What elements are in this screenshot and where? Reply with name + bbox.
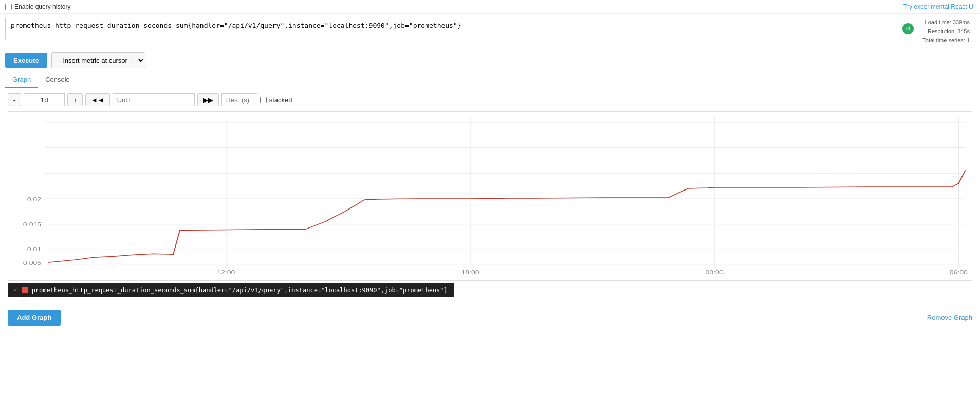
top-bar: Enable query history Try experimental Re… [0, 0, 980, 14]
svg-text:0.005: 0.005 [23, 260, 41, 266]
tab-graph[interactable]: Graph [5, 71, 38, 88]
tabs-bar: Graph Console [0, 71, 980, 88]
query-input[interactable] [6, 17, 917, 38]
remove-graph-link[interactable]: Remove Graph [927, 314, 972, 321]
enable-history-label[interactable]: Enable query history [5, 3, 70, 10]
bottom-bar: Add Graph Remove Graph [0, 305, 980, 331]
svg-text:18:00: 18:00 [461, 269, 479, 275]
graph-controls: - + ◄◄ ▶▶ stacked [0, 88, 980, 111]
try-experimental-link[interactable]: Try experimental React UI [903, 3, 975, 10]
svg-text:00:00: 00:00 [705, 269, 723, 275]
back-button[interactable]: ◄◄ [85, 93, 110, 106]
legend-metric-name: prometheus_http_request_duration_seconds… [32, 287, 448, 294]
query-input-wrapper: ↺ [5, 17, 917, 40]
forward-button[interactable]: ▶▶ [197, 93, 219, 106]
zoom-in-button[interactable]: + [67, 93, 83, 106]
svg-text:06:00: 06:00 [950, 269, 968, 275]
insert-metric-select[interactable]: - insert metric at cursor - [51, 52, 145, 68]
refresh-icon: ↺ [905, 25, 911, 32]
svg-text:0.015: 0.015 [23, 221, 41, 227]
stacked-checkbox[interactable] [260, 97, 267, 103]
total-time-series: Total time series: 1 [922, 36, 970, 45]
execute-row: Execute - insert metric at cursor - [0, 49, 980, 71]
execute-button[interactable]: Execute [5, 53, 47, 68]
enable-history-text: Enable query history [14, 3, 70, 10]
zoom-out-button[interactable]: - [8, 93, 21, 106]
svg-text:0.02: 0.02 [27, 196, 41, 202]
resolution: Resolution: 345s [922, 27, 970, 36]
tab-console[interactable]: Console [38, 71, 77, 88]
add-graph-button[interactable]: Add Graph [8, 310, 61, 326]
query-clear-button[interactable]: ↺ [902, 23, 914, 34]
legend-checkmark: ✓ [14, 287, 17, 293]
svg-text:0.01: 0.01 [27, 246, 41, 253]
svg-text:12:00: 12:00 [217, 269, 235, 275]
res-input[interactable] [221, 93, 257, 106]
stacked-text: stacked [269, 96, 292, 104]
legend-bar: ✓ prometheus_http_request_duration_secon… [8, 283, 454, 297]
until-input[interactable] [113, 93, 195, 106]
enable-history-checkbox[interactable] [5, 4, 12, 10]
legend-color-box [22, 287, 28, 293]
chart-svg: 0.02 0.015 0.01 0.005 12:00 18:00 00:00 … [8, 112, 972, 280]
stats-panel: Load time: 339ms Resolution: 345s Total … [917, 17, 975, 46]
stacked-label[interactable]: stacked [260, 96, 292, 104]
chart-area: 0.02 0.015 0.01 0.005 12:00 18:00 00:00 … [8, 111, 972, 281]
duration-input[interactable] [24, 93, 65, 106]
load-time: Load time: 339ms [922, 18, 970, 27]
